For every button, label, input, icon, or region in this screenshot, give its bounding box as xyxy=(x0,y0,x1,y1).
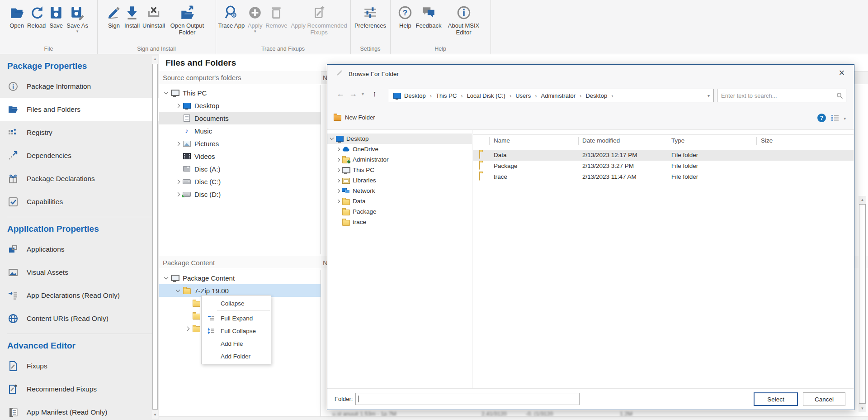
scrollbar-thumb[interactable] xyxy=(859,204,866,404)
breadcrumb-item-users[interactable]: Users xyxy=(515,92,531,99)
dialog-tree-item-this-pc[interactable]: This PC xyxy=(327,165,472,175)
sidebar-scrollbar[interactable]: ▲ ▼ xyxy=(152,56,158,419)
chevron-right-icon[interactable] xyxy=(183,327,191,330)
preferences-button[interactable]: Preferences xyxy=(353,3,387,29)
chevron-right-icon[interactable] xyxy=(174,142,182,145)
dialog-titlebar[interactable]: Browse For Folder × xyxy=(327,65,854,83)
sidebar-item-applications[interactable]: Applications xyxy=(0,238,159,261)
sidebar-item-recommended-fixups[interactable]: Recommended Fixups xyxy=(0,377,159,401)
history-chevron-icon[interactable]: ▾ xyxy=(362,91,364,96)
menu-item-add-folder[interactable]: Add Folder xyxy=(202,350,271,363)
menu-item-full-collapse[interactable]: Full Collapse xyxy=(202,325,271,337)
sidebar-item-package-information[interactable]: Package Information xyxy=(0,75,159,98)
forward-icon[interactable]: → xyxy=(349,89,357,99)
dialog-tree-item-trace[interactable]: trace xyxy=(327,217,472,227)
column-header-type[interactable]: Type xyxy=(671,137,684,144)
scrollbar-thumb[interactable] xyxy=(152,64,158,410)
chevron-down-icon[interactable] xyxy=(174,290,182,291)
dialog-tree-item-data[interactable]: Data xyxy=(327,196,472,206)
tree-item-documents[interactable]: Documents xyxy=(159,112,321,124)
breadcrumb-item-administrator[interactable]: Administrator xyxy=(541,92,576,99)
tree-item-disc-d[interactable]: Disc (D:) xyxy=(159,188,321,200)
view-mode-icon[interactable] xyxy=(831,115,839,123)
breadcrumb-dropdown-icon[interactable]: ▾ xyxy=(708,93,710,98)
tree-item-desktop[interactable]: Desktop xyxy=(159,99,321,112)
scroll-down-icon[interactable]: ▼ xyxy=(859,405,866,412)
file-row-package[interactable]: Package 2/13/2023 3:27 PM File folder xyxy=(473,161,854,172)
dialog-tree-item-package[interactable]: Package xyxy=(327,206,472,217)
file-row-data[interactable]: Data 2/13/2023 12:17 PM File folder xyxy=(473,150,854,161)
menu-item-add-file[interactable]: Add File xyxy=(202,337,271,350)
uninstall-button[interactable]: Uninstall xyxy=(141,3,166,29)
help-button[interactable]: ? Help xyxy=(396,3,414,29)
sidebar-item-visual-assets[interactable]: Visual Assets xyxy=(0,261,159,284)
remove-button[interactable]: Remove xyxy=(264,3,288,29)
tree-item-package-content[interactable]: Package Content xyxy=(159,272,321,284)
chevron-right-icon[interactable] xyxy=(174,180,182,183)
chevron-right-icon[interactable] xyxy=(335,158,341,161)
new-folder-button[interactable]: New Folder xyxy=(334,114,375,121)
dialog-tree-item-desktop[interactable]: Desktop xyxy=(327,134,472,144)
dialog-tree-item-libraries[interactable]: Libraries xyxy=(327,175,472,186)
back-icon[interactable]: ← xyxy=(336,89,344,99)
dialog-tree-item-administrator[interactable]: Administrator xyxy=(327,154,472,165)
scroll-down-icon[interactable]: ▼ xyxy=(152,411,158,419)
breadcrumb[interactable]: Desktop› This PC› Local Disk (C:)› Users… xyxy=(389,89,714,102)
search-icon[interactable] xyxy=(836,92,843,101)
trace-app-button[interactable]: Trace App xyxy=(217,3,246,29)
sidebar-item-fixups[interactable]: Fixups xyxy=(0,354,159,377)
chevron-right-icon[interactable] xyxy=(335,148,341,151)
cancel-button[interactable]: Cancel xyxy=(803,392,845,406)
help-icon[interactable]: ? xyxy=(817,114,826,122)
tree-item-this-pc[interactable]: This PC xyxy=(159,86,321,99)
select-button[interactable]: Select xyxy=(754,392,798,406)
sign-button[interactable]: Sign xyxy=(105,3,123,29)
sidebar-item-package-declarations[interactable]: Package Declarations xyxy=(0,167,159,190)
chevron-right-icon[interactable] xyxy=(174,104,182,107)
column-header-name[interactable]: Name xyxy=(494,137,510,144)
up-icon[interactable]: ↑ xyxy=(373,89,377,99)
tree-item-videos[interactable]: Videos xyxy=(159,150,321,162)
tree-item-pictures[interactable]: Pictures xyxy=(159,137,321,150)
chevron-down-icon[interactable] xyxy=(329,138,335,139)
reload-button[interactable]: Reload xyxy=(26,3,47,29)
apply-button[interactable]: Apply ▾ xyxy=(246,3,264,33)
about-msix-editor-button[interactable]: About MSIX Editor xyxy=(443,3,485,36)
close-icon[interactable]: × xyxy=(836,67,848,79)
menu-item-collapse[interactable]: Collapse xyxy=(202,297,271,310)
breadcrumb-item-desktop[interactable]: Desktop xyxy=(404,92,426,99)
tree-item-music[interactable]: ♪ Music xyxy=(159,124,321,137)
breadcrumb-item-this-pc[interactable]: This PC xyxy=(436,92,457,99)
dialog-tree-item-onedrive[interactable]: OneDrive xyxy=(327,144,472,154)
column-header-size[interactable]: Size xyxy=(761,137,773,144)
chevron-right-icon[interactable] xyxy=(335,169,341,172)
apply-recommended-fixups-button[interactable]: Apply Recommended Fixups xyxy=(289,3,349,36)
search-input[interactable] xyxy=(717,89,846,102)
save-button[interactable]: Save xyxy=(47,3,65,29)
sidebar-item-app-manifest[interactable]: App Manifest (Read Only) xyxy=(0,401,159,420)
file-row-trace[interactable]: trace 2/13/2023 11:47 AM File folder xyxy=(473,172,854,182)
scroll-up-icon[interactable]: ▲ xyxy=(859,196,866,204)
chevron-down-icon[interactable] xyxy=(162,277,170,279)
tree-item-disc-c[interactable]: Disc (C:) xyxy=(159,175,321,188)
breadcrumb-item-local-disk-c[interactable]: Local Disk (C:) xyxy=(467,92,505,99)
folder-input[interactable] xyxy=(355,393,580,405)
sidebar-item-files-and-folders[interactable]: Files and Folders xyxy=(0,98,159,121)
chevron-down-icon[interactable] xyxy=(162,92,170,94)
tree-item-disc-a[interactable]: Disc (A:) xyxy=(159,162,321,175)
open-output-folder-button[interactable]: Open Output Folder xyxy=(166,3,208,36)
chevron-right-icon[interactable] xyxy=(174,193,182,196)
scroll-up-icon[interactable]: ▲ xyxy=(152,56,158,63)
install-button[interactable]: Install xyxy=(123,3,141,29)
chevron-right-icon[interactable] xyxy=(335,200,341,203)
column-header-date-modified[interactable]: Date modified xyxy=(582,137,620,144)
sidebar-item-registry[interactable]: Registry xyxy=(0,121,159,144)
sidebar-item-capabilities[interactable]: Capabilities xyxy=(0,190,159,213)
dialog-tree-item-network[interactable]: Network xyxy=(327,186,472,196)
sidebar-item-dependencies[interactable]: Dependencies xyxy=(0,144,159,167)
feedback-button[interactable]: Feedback xyxy=(414,3,443,29)
view-mode-dropdown-icon[interactable]: ▾ xyxy=(844,116,846,121)
breadcrumb-item-desktop-2[interactable]: Desktop xyxy=(585,92,607,99)
open-button[interactable]: Open xyxy=(8,3,26,29)
sidebar-item-content-uris[interactable]: Content URIs (Read Only) xyxy=(0,307,159,330)
